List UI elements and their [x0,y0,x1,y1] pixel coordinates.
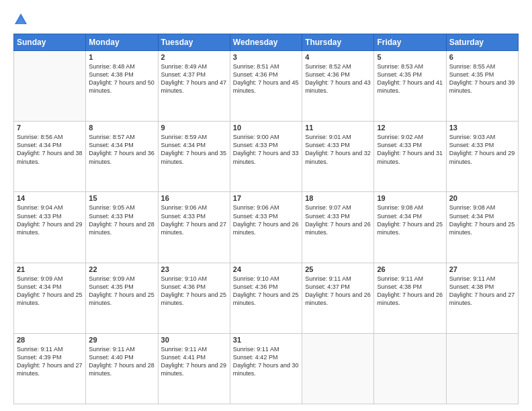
calendar-cell: 23Sunrise: 9:10 AMSunset: 4:36 PMDayligh… [158,263,230,333]
calendar-week-row: 28Sunrise: 9:11 AMSunset: 4:39 PMDayligh… [14,333,519,404]
day-info: Sunrise: 9:11 AMSunset: 4:40 PMDaylight:… [89,345,154,378]
calendar-cell: 15Sunrise: 9:05 AMSunset: 4:33 PMDayligh… [86,192,158,263]
calendar-week-row: 1Sunrise: 8:48 AMSunset: 4:38 PMDaylight… [14,51,519,122]
day-info: Sunrise: 9:09 AMSunset: 4:34 PMDaylight:… [17,275,83,308]
day-number: 1 [89,53,154,61]
day-number: 28 [17,336,83,344]
calendar-cell [446,333,518,404]
day-number: 7 [17,124,83,132]
calendar-cell: 10Sunrise: 9:00 AMSunset: 4:33 PMDayligh… [230,122,302,192]
calendar-cell: 13Sunrise: 9:03 AMSunset: 4:33 PMDayligh… [446,122,518,192]
day-number: 19 [377,194,443,202]
calendar-cell: 3Sunrise: 8:51 AMSunset: 4:36 PMDaylight… [230,51,302,122]
day-number: 16 [161,194,227,202]
calendar-cell [14,51,86,122]
day-info: Sunrise: 9:00 AMSunset: 4:33 PMDaylight:… [233,133,299,166]
calendar-week-row: 21Sunrise: 9:09 AMSunset: 4:34 PMDayligh… [14,263,519,333]
day-info: Sunrise: 9:06 AMSunset: 4:33 PMDaylight:… [161,203,227,236]
calendar-cell: 30Sunrise: 9:11 AMSunset: 4:41 PMDayligh… [158,333,230,404]
calendar-header-row: SundayMondayTuesdayWednesdayThursdayFrid… [14,34,519,51]
day-info: Sunrise: 9:04 AMSunset: 4:33 PMDaylight:… [17,203,83,236]
day-info: Sunrise: 9:06 AMSunset: 4:33 PMDaylight:… [233,203,299,236]
header [13,12,519,27]
calendar-cell: 12Sunrise: 9:02 AMSunset: 4:33 PMDayligh… [374,122,446,192]
calendar-week-row: 7Sunrise: 8:56 AMSunset: 4:34 PMDaylight… [14,122,519,192]
calendar-cell [374,333,446,404]
day-info: Sunrise: 8:59 AMSunset: 4:34 PMDaylight:… [161,133,227,166]
day-number: 17 [233,194,299,202]
day-number: 21 [17,265,83,273]
day-info: Sunrise: 8:52 AMSunset: 4:36 PMDaylight:… [305,62,371,95]
day-number: 2 [161,53,227,61]
weekday-header-friday: Friday [374,34,446,51]
day-info: Sunrise: 9:11 AMSunset: 4:38 PMDaylight:… [377,275,443,308]
calendar-cell: 17Sunrise: 9:06 AMSunset: 4:33 PMDayligh… [230,192,302,263]
day-info: Sunrise: 9:08 AMSunset: 4:34 PMDaylight:… [377,203,443,236]
calendar-cell: 21Sunrise: 9:09 AMSunset: 4:34 PMDayligh… [14,263,86,333]
day-info: Sunrise: 8:49 AMSunset: 4:37 PMDaylight:… [161,62,227,95]
day-number: 4 [305,53,371,61]
day-info: Sunrise: 9:11 AMSunset: 4:38 PMDaylight:… [449,275,515,308]
day-number: 14 [17,194,83,202]
day-number: 31 [233,336,299,344]
page: SundayMondayTuesdayWednesdayThursdayFrid… [0,0,532,411]
day-number: 24 [233,265,299,273]
day-info: Sunrise: 8:55 AMSunset: 4:35 PMDaylight:… [449,62,515,95]
day-info: Sunrise: 9:05 AMSunset: 4:33 PMDaylight:… [89,203,154,236]
day-number: 11 [305,124,371,132]
day-number: 9 [161,124,227,132]
day-info: Sunrise: 9:09 AMSunset: 4:35 PMDaylight:… [89,275,154,308]
calendar-table: SundayMondayTuesdayWednesdayThursdayFrid… [13,34,519,404]
calendar-cell: 11Sunrise: 9:01 AMSunset: 4:33 PMDayligh… [302,122,374,192]
logo-icon [13,12,28,27]
day-number: 3 [233,53,299,61]
day-info: Sunrise: 8:56 AMSunset: 4:34 PMDaylight:… [17,133,83,166]
day-info: Sunrise: 9:08 AMSunset: 4:34 PMDaylight:… [449,203,515,236]
day-number: 8 [89,124,154,132]
day-number: 27 [449,265,515,273]
calendar-cell: 2Sunrise: 8:49 AMSunset: 4:37 PMDaylight… [158,51,230,122]
day-info: Sunrise: 8:51 AMSunset: 4:36 PMDaylight:… [233,62,299,95]
day-number: 20 [449,194,515,202]
day-number: 23 [161,265,227,273]
calendar-week-row: 14Sunrise: 9:04 AMSunset: 4:33 PMDayligh… [14,192,519,263]
calendar-cell: 1Sunrise: 8:48 AMSunset: 4:38 PMDaylight… [86,51,158,122]
calendar-cell: 22Sunrise: 9:09 AMSunset: 4:35 PMDayligh… [86,263,158,333]
day-info: Sunrise: 9:01 AMSunset: 4:33 PMDaylight:… [305,133,371,166]
calendar-cell: 18Sunrise: 9:07 AMSunset: 4:33 PMDayligh… [302,192,374,263]
calendar-cell: 25Sunrise: 9:11 AMSunset: 4:37 PMDayligh… [302,263,374,333]
day-info: Sunrise: 9:10 AMSunset: 4:36 PMDaylight:… [233,275,299,308]
day-info: Sunrise: 8:57 AMSunset: 4:34 PMDaylight:… [89,133,154,166]
day-info: Sunrise: 8:53 AMSunset: 4:35 PMDaylight:… [377,62,443,95]
day-info: Sunrise: 9:11 AMSunset: 4:39 PMDaylight:… [17,345,83,378]
day-info: Sunrise: 9:07 AMSunset: 4:33 PMDaylight:… [305,203,371,236]
day-number: 5 [377,53,443,61]
day-info: Sunrise: 9:11 AMSunset: 4:41 PMDaylight:… [161,345,227,378]
day-number: 25 [305,265,371,273]
calendar-cell: 20Sunrise: 9:08 AMSunset: 4:34 PMDayligh… [446,192,518,263]
calendar-cell: 29Sunrise: 9:11 AMSunset: 4:40 PMDayligh… [86,333,158,404]
day-info: Sunrise: 9:02 AMSunset: 4:33 PMDaylight:… [377,133,443,166]
calendar-cell: 6Sunrise: 8:55 AMSunset: 4:35 PMDaylight… [446,51,518,122]
day-number: 13 [449,124,515,132]
calendar-cell: 5Sunrise: 8:53 AMSunset: 4:35 PMDaylight… [374,51,446,122]
day-number: 6 [449,53,515,61]
weekday-header-wednesday: Wednesday [230,34,302,51]
calendar-cell [302,333,374,404]
day-number: 29 [89,336,154,344]
day-info: Sunrise: 9:03 AMSunset: 4:33 PMDaylight:… [449,133,515,166]
weekday-header-thursday: Thursday [302,34,374,51]
weekday-header-tuesday: Tuesday [158,34,230,51]
calendar-cell: 9Sunrise: 8:59 AMSunset: 4:34 PMDaylight… [158,122,230,192]
day-number: 26 [377,265,443,273]
calendar-cell: 8Sunrise: 8:57 AMSunset: 4:34 PMDaylight… [86,122,158,192]
weekday-header-sunday: Sunday [14,34,86,51]
logo [13,12,31,27]
day-number: 22 [89,265,154,273]
calendar-cell: 31Sunrise: 9:11 AMSunset: 4:42 PMDayligh… [230,333,302,404]
calendar-cell: 16Sunrise: 9:06 AMSunset: 4:33 PMDayligh… [158,192,230,263]
calendar-cell: 24Sunrise: 9:10 AMSunset: 4:36 PMDayligh… [230,263,302,333]
calendar-cell: 19Sunrise: 9:08 AMSunset: 4:34 PMDayligh… [374,192,446,263]
day-number: 12 [377,124,443,132]
day-number: 30 [161,336,227,344]
